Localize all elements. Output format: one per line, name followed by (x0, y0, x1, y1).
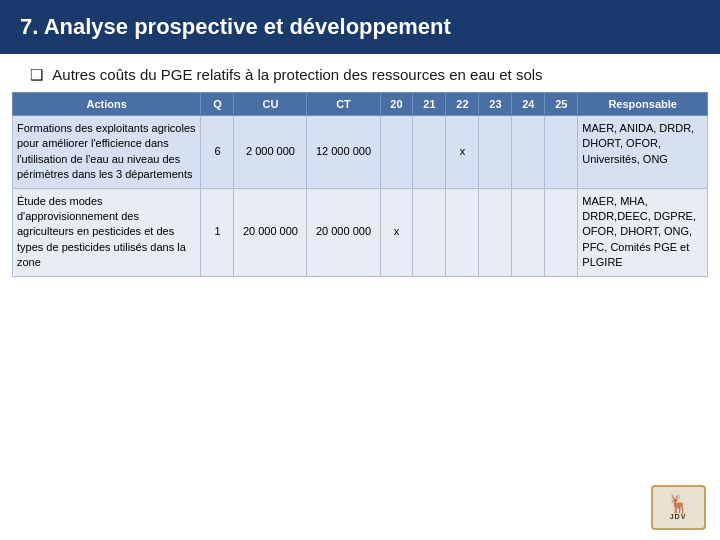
col-header-actions: Actions (13, 93, 201, 116)
table-header-row: Actions Q CU CT 20 21 22 23 24 25 Respon… (13, 93, 708, 116)
row2-responsable: MAER, MHA, DRDR,DEEC, DGPRE, OFOR, DHORT… (578, 188, 708, 276)
row2-q: 1 (201, 188, 234, 276)
row1-y25 (545, 116, 578, 189)
table-row: Formations des exploitants agricoles pou… (13, 116, 708, 189)
row2-y23 (479, 188, 512, 276)
col-header-y25: 25 (545, 93, 578, 116)
row1-q: 6 (201, 116, 234, 189)
bullet-icon: ❑ (30, 66, 43, 84)
row1-y22: x (446, 116, 479, 189)
col-header-y20: 20 (380, 93, 413, 116)
row2-y20: x (380, 188, 413, 276)
col-header-y21: 21 (413, 93, 446, 116)
col-header-q: Q (201, 93, 234, 116)
row1-responsable: MAER, ANIDA, DRDR, DHORT, OFOR, Universi… (578, 116, 708, 189)
col-header-y22: 22 (446, 93, 479, 116)
row2-y22 (446, 188, 479, 276)
header-title: 7. Analyse prospective et développement (20, 14, 451, 39)
row2-ct: 20 000 000 (307, 188, 380, 276)
page-header: 7. Analyse prospective et développement (0, 0, 720, 54)
logo-area: 🦌 JDV (648, 482, 708, 532)
subtitle-text: Autres coûts du PGE relatifs à la protec… (52, 66, 542, 83)
logo-animal-icon: 🦌 (667, 495, 689, 513)
col-header-responsable: Responsable (578, 93, 708, 116)
col-header-ct: CT (307, 93, 380, 116)
row2-actions: Étude des modes d'approvisionnement des … (13, 188, 201, 276)
row2-cu: 20 000 000 (234, 188, 307, 276)
row2-y21 (413, 188, 446, 276)
row1-y21 (413, 116, 446, 189)
col-header-cu: CU (234, 93, 307, 116)
actions-table: Actions Q CU CT 20 21 22 23 24 25 Respon… (12, 92, 708, 277)
row2-y25 (545, 188, 578, 276)
row1-actions: Formations des exploitants agricoles pou… (13, 116, 201, 189)
row1-cu: 2 000 000 (234, 116, 307, 189)
table-row: Étude des modes d'approvisionnement des … (13, 188, 708, 276)
page: 7. Analyse prospective et développement … (0, 0, 720, 540)
row2-y24 (512, 188, 545, 276)
row1-y23 (479, 116, 512, 189)
col-header-y24: 24 (512, 93, 545, 116)
main-table-container: Actions Q CU CT 20 21 22 23 24 25 Respon… (12, 92, 708, 540)
col-header-y23: 23 (479, 93, 512, 116)
row1-y20 (380, 116, 413, 189)
logo: 🦌 JDV (651, 485, 706, 530)
subtitle-section: ❑ Autres coûts du PGE relatifs à la prot… (0, 54, 720, 92)
row1-ct: 12 000 000 (307, 116, 380, 189)
logo-text: JDV (670, 513, 687, 520)
row1-y24 (512, 116, 545, 189)
